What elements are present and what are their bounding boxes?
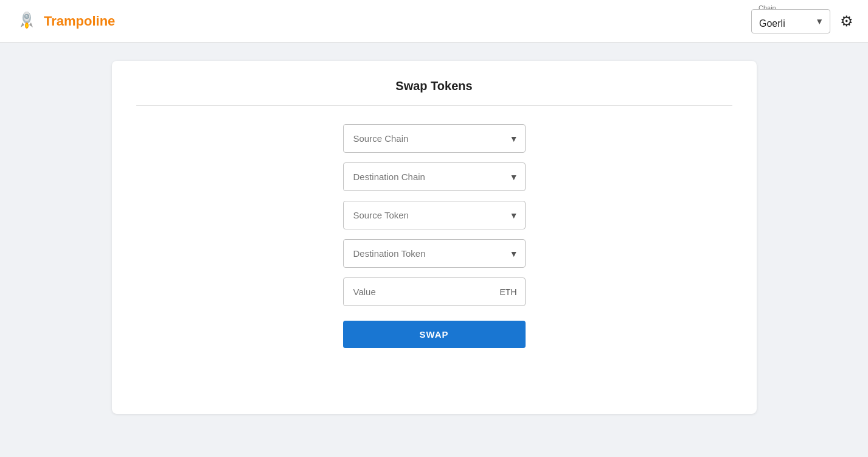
destination-token-select[interactable]: Destination Token <box>343 239 526 268</box>
value-input-wrapper: ETH <box>343 277 526 306</box>
swap-card: Swap Tokens Source Chain ▼ Destination C… <box>112 61 757 414</box>
source-chain-wrapper: Source Chain ▼ <box>343 124 526 153</box>
svg-point-3 <box>26 15 29 18</box>
svg-point-7 <box>26 23 28 27</box>
source-chain-select[interactable]: Source Chain <box>343 124 526 153</box>
logo-area: Trampoline <box>15 9 115 33</box>
page-title: Swap Tokens <box>136 79 732 106</box>
svg-marker-4 <box>21 23 24 27</box>
chain-selector-wrapper[interactable]: Chain Goerli ▼ <box>751 9 830 33</box>
main-content: Swap Tokens Source Chain ▼ Destination C… <box>0 43 868 432</box>
chain-select-container[interactable]: Goerli ▼ <box>751 9 830 33</box>
header: Trampoline Chain Goerli ▼ ⚙ <box>0 0 868 43</box>
destination-chain-wrapper: Destination Chain ▼ <box>343 162 526 191</box>
logo-icon <box>15 9 39 33</box>
source-token-select[interactable]: Source Token <box>343 201 526 229</box>
form-area: Source Chain ▼ Destination Chain ▼ Sourc… <box>136 124 732 348</box>
logo-text: Trampoline <box>44 13 115 29</box>
value-input[interactable] <box>343 277 526 306</box>
destination-token-wrapper: Destination Token ▼ <box>343 239 526 268</box>
header-right: Chain Goerli ▼ ⚙ <box>751 9 853 33</box>
swap-button[interactable]: SWAP <box>343 321 526 348</box>
gear-icon[interactable]: ⚙ <box>840 13 853 30</box>
destination-chain-select[interactable]: Destination Chain <box>343 162 526 191</box>
source-token-wrapper: Source Token ▼ <box>343 201 526 229</box>
chain-select-value: Goerli <box>759 18 785 29</box>
svg-marker-5 <box>29 23 33 27</box>
svg-point-8 <box>26 15 27 16</box>
chevron-down-icon: ▼ <box>815 16 824 26</box>
